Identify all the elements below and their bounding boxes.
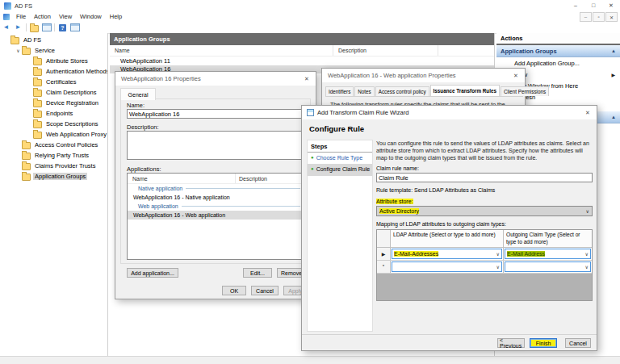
console-window-icon[interactable] xyxy=(69,23,81,32)
close-icon[interactable]: ✕ xyxy=(298,72,316,86)
menu-file[interactable]: File xyxy=(12,13,30,20)
tab-identifiers[interactable]: Identifiers xyxy=(325,86,354,96)
child-close-icon[interactable]: ✕ xyxy=(605,12,618,22)
menu-help[interactable]: Help xyxy=(106,13,126,20)
console-tree: AD FS∨ServiceAttribute StoresAuthenticat… xyxy=(0,33,108,356)
tree-item-web-application-proxy[interactable]: Web Application Proxy xyxy=(0,129,107,140)
mapping-row: ▶E-Mail-Addresses∨E-Mail Address∨ xyxy=(377,248,592,261)
child-restore-icon[interactable]: ▫ xyxy=(593,12,605,22)
tree-item-label: Access Control Policies xyxy=(33,141,99,149)
applications-column-headers: Name Description xyxy=(128,174,304,184)
menu-action[interactable]: Action xyxy=(30,13,55,20)
application-group-row[interactable]: WebApplication 11 xyxy=(110,56,494,65)
folder-icon xyxy=(33,58,42,65)
tree-item-access-control-policies[interactable]: Access Control Policies xyxy=(0,140,107,150)
folder-icon xyxy=(33,132,42,139)
column-ldap-attribute: LDAP Attribute (Select or type to add mo… xyxy=(391,230,504,246)
column-name[interactable]: Name xyxy=(110,45,333,56)
child-minimize-icon[interactable]: – xyxy=(580,12,592,22)
tree-item-endpoints[interactable]: Endpoints xyxy=(0,108,107,119)
tab-issuance-transform-rules[interactable]: Issuance Transform Rules xyxy=(430,85,500,96)
tree-item-service[interactable]: ∨Service xyxy=(0,45,107,56)
step-choose-rule-type[interactable]: ●Choose Rule Type xyxy=(308,153,372,164)
edit-button[interactable]: Edit... xyxy=(243,268,272,278)
tree-item-authentication-methods[interactable]: Authentication Methods xyxy=(0,66,107,77)
export-folder-icon[interactable] xyxy=(28,23,40,32)
dialog-titlebar[interactable]: WebApplication 16 Properties ✕ xyxy=(115,72,316,86)
dialog-titlebar[interactable]: WebApplication 16 - Web application Prop… xyxy=(322,69,525,82)
toolbar-divider xyxy=(54,23,55,31)
attribute-store-select[interactable]: Active Directory ∨ xyxy=(376,206,593,216)
folder-icon xyxy=(33,69,42,76)
description-field[interactable] xyxy=(127,131,304,160)
tree-item-label: Web Application Proxy xyxy=(44,131,108,138)
outgoing-claim-cell: E-Mail Address∨ xyxy=(504,248,592,260)
console-window-icon[interactable] xyxy=(40,23,52,32)
application-item[interactable]: WebApplication 16 - Web application xyxy=(128,211,304,220)
cancel-button[interactable]: Cancel xyxy=(251,286,279,295)
close-icon[interactable]: ✕ xyxy=(507,69,525,82)
toolbar-divider xyxy=(26,23,27,31)
column-outgoing-claim-type: Outgoing Claim Type (Select or type to a… xyxy=(504,230,592,246)
mapping-table: LDAP Attribute (Select or type to add mo… xyxy=(376,229,593,301)
application-item[interactable]: WebApplication 16 - Native application xyxy=(128,193,304,202)
tree-item-attribute-stores[interactable]: Attribute Stores xyxy=(0,56,107,66)
tree-item-relying-party-trusts[interactable]: Relying Party Trusts xyxy=(0,150,107,161)
maximize-icon[interactable]: □ xyxy=(584,0,602,10)
name-label: Name: xyxy=(127,102,145,109)
collapse-icon[interactable]: ▲ xyxy=(611,48,616,53)
ldap-attribute-select[interactable]: E-Mail-Addresses∨ xyxy=(392,249,502,259)
tab-notes[interactable]: Notes xyxy=(354,86,374,96)
previous-button[interactable]: < Previous xyxy=(497,338,525,348)
ok-button[interactable]: OK xyxy=(222,286,246,295)
steps-header: Steps xyxy=(308,140,372,153)
expander-icon[interactable]: ∨ xyxy=(15,48,22,53)
menu-window[interactable]: Window xyxy=(76,13,106,20)
outgoing-claim-select[interactable]: ∨ xyxy=(505,261,591,272)
tab-client-permissions[interactable]: Client Permissions xyxy=(501,86,549,96)
tree-item-device-registration[interactable]: Device Registration xyxy=(0,98,107,108)
tree-item-claims-provider-trusts[interactable]: Claims Provider Trusts xyxy=(0,161,107,171)
close-icon[interactable]: ✕ xyxy=(579,106,597,119)
tree-item-scope-descriptions[interactable]: Scope Descriptions xyxy=(0,119,107,129)
menu-view[interactable]: View xyxy=(55,13,76,20)
steps-panel: Steps ●Choose Rule Type●Configure Claim … xyxy=(307,140,373,332)
actions-section-application-groups[interactable]: Application Groups ▲ xyxy=(496,45,620,57)
column-description[interactable]: Description xyxy=(236,174,304,183)
action-add-application-group-[interactable]: Add Application Group... xyxy=(496,57,620,69)
folder-icon xyxy=(33,90,42,97)
forward-arrow-icon[interactable]: ► xyxy=(12,23,24,32)
wizard-icon xyxy=(307,109,314,116)
tree-item-certificates[interactable]: Certificates xyxy=(0,77,107,87)
ldap-attribute-select[interactable]: ∨ xyxy=(392,261,502,272)
console-icon xyxy=(3,14,10,20)
tree-item-application-groups[interactable]: Application Groups xyxy=(0,171,107,182)
table-empty-area xyxy=(377,274,592,301)
claim-rule-name-label: Claim rule name: xyxy=(376,165,593,171)
cancel-button[interactable]: Cancel xyxy=(565,338,591,348)
menu-items: FileActionViewWindowHelp xyxy=(12,13,126,20)
tree-item-ad-fs[interactable]: AD FS xyxy=(0,35,107,45)
minimize-icon[interactable]: – xyxy=(567,0,584,10)
finish-button[interactable]: Finish xyxy=(530,338,557,348)
name-field[interactable] xyxy=(127,109,304,119)
tree-item-claim-descriptions[interactable]: Claim Descriptions xyxy=(0,87,107,98)
column-description[interactable]: Description xyxy=(333,45,438,56)
back-arrow-icon[interactable]: ◄ xyxy=(0,23,12,32)
claim-rule-name-field[interactable] xyxy=(376,173,593,182)
window-controls: – □ ✕ xyxy=(567,0,620,10)
row-marker: * xyxy=(377,261,391,273)
tree-item-label: Claims Provider Trusts xyxy=(33,162,97,169)
tree-item-label: Certificates xyxy=(44,78,78,86)
outgoing-claim-select[interactable]: E-Mail Address∨ xyxy=(505,249,591,259)
add-application-button[interactable]: Add application... xyxy=(127,268,178,278)
adfs-app-icon xyxy=(4,2,11,10)
wizard-titlebar[interactable]: Add Transform Claim Rule Wizard ✕ xyxy=(302,106,597,119)
column-name[interactable]: Name xyxy=(128,174,236,183)
close-icon[interactable]: ✕ xyxy=(602,0,620,10)
step-configure-claim-rule[interactable]: ●Configure Claim Rule xyxy=(308,164,372,175)
collapse-icon[interactable]: ▲ xyxy=(611,115,616,119)
tab-access-control-policy[interactable]: Access control policy xyxy=(375,86,429,96)
help-icon[interactable]: ? xyxy=(57,23,69,32)
tab-general[interactable]: General xyxy=(120,88,156,100)
